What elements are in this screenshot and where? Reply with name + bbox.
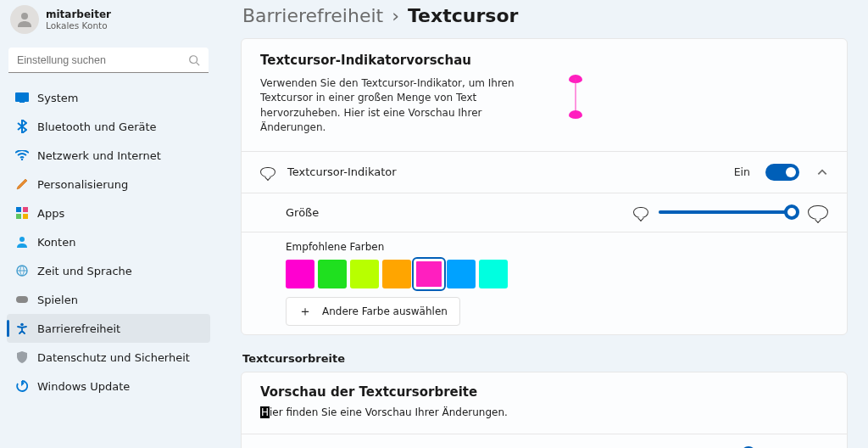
nav-label: System	[37, 92, 78, 104]
colors-section: Empfohlene Farben ＋ Andere Farbe auswähl…	[242, 232, 847, 334]
indicator-toggle[interactable]	[765, 164, 799, 181]
main-content: Barrierefreiheit › Textcursor Textcursor…	[220, 0, 868, 448]
indicator-preview-title: Textcursor-Indikatorvorschau	[242, 39, 847, 73]
svg-rect-12	[16, 296, 28, 303]
globe-icon	[15, 264, 29, 277]
width-preview-title: Vorschau der Textcursorbreite	[260, 384, 828, 400]
nav-accessibility[interactable]: Barrierefreiheit	[7, 314, 210, 343]
width-row: Ab Textcursorbreite Ab Ab	[242, 434, 847, 448]
svg-point-1	[190, 56, 198, 64]
search-box[interactable]	[8, 48, 209, 73]
search-icon	[188, 54, 200, 66]
nav-accounts[interactable]: Konten	[7, 227, 210, 256]
color-swatch[interactable]	[318, 260, 347, 288]
nav-label: Personalisierung	[37, 178, 128, 191]
svg-rect-4	[19, 102, 25, 103]
size-label: Größe	[286, 206, 621, 219]
nav-bluetooth[interactable]: Bluetooth und Geräte	[7, 112, 210, 141]
width-section-title: Textcursorbreite	[242, 352, 848, 365]
caret-preview	[567, 75, 584, 119]
indicator-preview-text: Verwenden Sie den Textcursor-Indikator, …	[260, 76, 548, 136]
svg-rect-9	[23, 214, 28, 219]
color-swatch[interactable]	[447, 260, 476, 288]
account-block[interactable]: mitarbeiter Lokales Konto	[5, 0, 212, 42]
bluetooth-icon	[15, 120, 29, 133]
system-icon	[15, 91, 29, 104]
color-swatches	[286, 260, 828, 288]
nav-apps[interactable]: Apps	[7, 199, 210, 227]
other-color-label: Andere Farbe auswählen	[322, 305, 448, 317]
indicator-icon	[260, 165, 275, 180]
person-icon	[15, 235, 29, 249]
nav-label: Barrierefreiheit	[37, 322, 120, 335]
svg-point-0	[21, 13, 28, 20]
indicator-panel: Textcursor-Indikatorvorschau Verwenden S…	[241, 38, 848, 335]
nav-update[interactable]: Windows Update	[7, 372, 210, 400]
svg-rect-8	[16, 214, 21, 219]
svg-point-10	[19, 237, 25, 242]
chevron-up-icon[interactable]	[816, 166, 828, 178]
crumb-parent[interactable]: Barrierefreiheit	[242, 5, 383, 26]
size-min-icon	[633, 207, 648, 218]
search-input[interactable]	[8, 48, 209, 73]
account-type: Lokales Konto	[46, 20, 111, 31]
size-max-icon	[808, 205, 828, 220]
svg-rect-7	[23, 207, 28, 212]
apps-icon	[15, 206, 29, 220]
width-preview-text: Hier finden Sie eine Vorschau Ihrer Ände…	[260, 406, 828, 418]
nav-label: Bluetooth und Geräte	[37, 120, 157, 133]
indicator-toggle-row[interactable]: Textcursor-Indikator Ein	[242, 152, 847, 193]
svg-rect-6	[16, 207, 21, 212]
nav-network[interactable]: Netzwerk und Internet	[7, 141, 210, 170]
breadcrumb: Barrierefreiheit › Textcursor	[242, 5, 848, 26]
nav-list: System Bluetooth und Geräte Netzwerk und…	[5, 83, 212, 400]
avatar	[10, 5, 39, 34]
color-swatch[interactable]	[382, 260, 411, 288]
accessibility-icon	[15, 322, 29, 335]
crumb-sep: ›	[392, 5, 399, 26]
nav-label: Netzwerk und Internet	[37, 149, 161, 162]
shield-icon	[15, 350, 29, 364]
nav-label: Windows Update	[37, 380, 130, 393]
nav-label: Konten	[37, 236, 75, 249]
nav-gaming[interactable]: Spielen	[7, 285, 210, 314]
nav-label: Spielen	[37, 294, 78, 306]
nav-label: Apps	[37, 207, 64, 220]
update-icon	[15, 379, 29, 393]
nav-personalization[interactable]: Personalisierung	[7, 170, 210, 199]
color-swatch[interactable]	[415, 260, 443, 288]
svg-point-13	[20, 323, 24, 327]
wifi-icon	[15, 148, 29, 162]
gamepad-icon	[15, 293, 29, 306]
svg-line-2	[197, 63, 200, 66]
color-swatch[interactable]	[479, 260, 508, 288]
size-slider[interactable]	[659, 210, 798, 214]
account-name: mitarbeiter	[46, 8, 111, 20]
size-row: Größe	[242, 193, 847, 232]
toggle-status: Ein	[734, 165, 750, 178]
nav-privacy[interactable]: Datenschutz und Sicherheit	[7, 343, 210, 372]
nav-label: Datenschutz und Sicherheit	[37, 351, 190, 364]
color-swatch[interactable]	[286, 260, 314, 288]
svg-point-5	[21, 159, 23, 160]
svg-rect-3	[15, 92, 29, 102]
color-swatch[interactable]	[350, 260, 379, 288]
page-title: Textcursor	[408, 5, 518, 26]
width-panel: Vorschau der Textcursorbreite Hier finde…	[241, 372, 848, 448]
colors-label: Empfohlene Farben	[286, 241, 828, 253]
sidebar: mitarbeiter Lokales Konto System Bluetoo…	[0, 0, 220, 448]
brush-icon	[15, 177, 29, 191]
nav-label: Zeit und Sprache	[37, 265, 132, 277]
nav-time[interactable]: Zeit und Sprache	[7, 256, 210, 285]
plus-icon: ＋	[298, 305, 312, 318]
nav-system[interactable]: System	[7, 83, 210, 112]
other-color-button[interactable]: ＋ Andere Farbe auswählen	[286, 297, 460, 326]
indicator-label: Textcursor-Indikator	[287, 165, 722, 178]
